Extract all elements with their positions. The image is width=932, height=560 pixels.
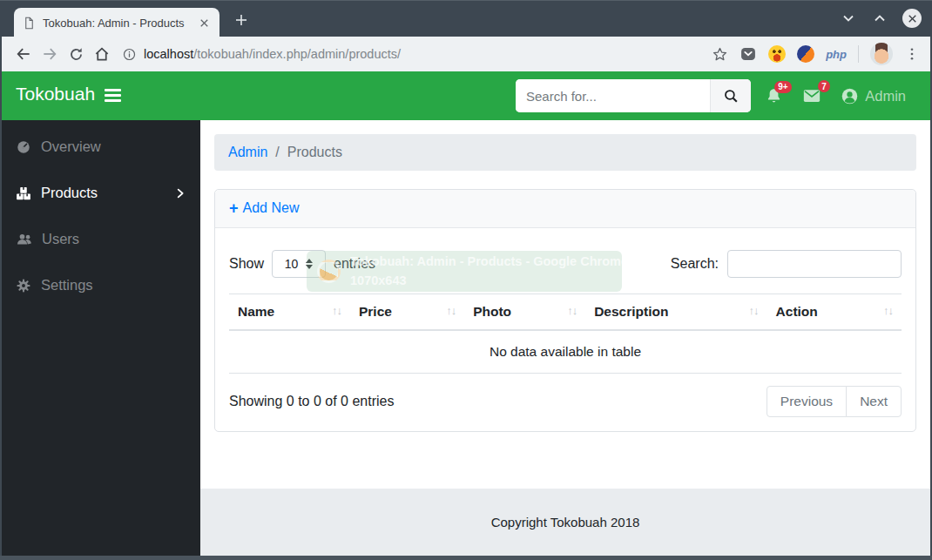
column-header-description[interactable]: Description↑↓	[585, 294, 767, 331]
app-navbar: Tokobuah 9+ 7 Admin	[2, 71, 930, 120]
sidebar-item-overview[interactable]: Overview	[2, 124, 200, 170]
column-header-price[interactable]: Price↑↓	[350, 294, 464, 331]
url-path: /tokobuah/index.php/admin/products/	[193, 47, 401, 61]
window-close-button[interactable]	[902, 9, 922, 28]
table-search-label: Search:	[671, 256, 719, 272]
sidebar-toggle-icon[interactable]	[105, 89, 121, 102]
window-border	[0, 556, 932, 560]
add-new-button[interactable]: + Add New	[229, 200, 299, 216]
sort-icon[interactable]: ↑↓	[332, 304, 341, 317]
mail-badge: 7	[818, 80, 831, 92]
emoji-extension-icon[interactable]	[768, 45, 786, 63]
previous-page-button[interactable]: Previous	[767, 386, 847, 417]
empty-table-message: No data available in table	[229, 330, 902, 374]
navbar-search-button[interactable]	[710, 79, 751, 112]
main-content: Admin/Products + Add New Show 10 entries	[200, 120, 930, 556]
sidebar-item-label: Settings	[41, 277, 93, 293]
sort-icon[interactable]: ↑↓	[446, 304, 456, 317]
breadcrumb: Admin/Products	[214, 134, 916, 171]
tab-close-icon[interactable]	[198, 17, 211, 30]
bookmark-star-icon[interactable]	[712, 46, 728, 63]
url-host: localhost	[144, 47, 193, 61]
gear-icon	[16, 278, 31, 293]
entries-label: entries	[334, 256, 375, 272]
profile-avatar[interactable]	[870, 43, 893, 65]
tab-title: Tokobuah: Admin - Products	[43, 17, 191, 30]
column-header-photo[interactable]: Photo↑↓	[464, 294, 585, 331]
page-favicon-icon	[23, 17, 36, 30]
boxes-icon	[16, 186, 31, 201]
sidebar-item-label: Users	[42, 231, 79, 247]
show-label: Show	[229, 256, 264, 272]
window-border	[0, 37, 2, 560]
home-icon[interactable]	[89, 41, 115, 67]
user-circle-icon	[841, 87, 859, 105]
window-minimize-icon[interactable]	[840, 10, 857, 27]
sidebar-item-products[interactable]: Products	[2, 170, 200, 216]
browser-tab[interactable]: Tokobuah: Admin - Products	[14, 8, 219, 37]
browser-menu-icon[interactable]	[904, 46, 920, 62]
column-header-action[interactable]: Action↑↓	[767, 294, 902, 331]
page-footer: Copyright Tokobuah 2018	[200, 489, 930, 556]
swirl-extension-icon[interactable]	[797, 45, 814, 63]
url-bar[interactable]: localhost/tokobuah/index.php/admin/produ…	[122, 47, 712, 62]
notification-badge: 9+	[774, 81, 792, 93]
select-caret-icon	[306, 259, 313, 269]
site-info-icon[interactable]	[122, 47, 137, 62]
sidebar-item-label: Products	[41, 185, 98, 201]
sidebar-item-users[interactable]: Users	[2, 216, 200, 262]
plus-icon: +	[229, 200, 239, 216]
chevron-right-icon	[174, 187, 186, 199]
sort-icon[interactable]: ↑↓	[567, 304, 577, 317]
page-size-value: 10	[285, 257, 299, 271]
table-info-text: Showing 0 to 0 of 0 entries	[229, 394, 394, 409]
browser-tab-bar: Tokobuah: Admin - Products	[0, 0, 932, 37]
sort-icon[interactable]: ↑↓	[749, 304, 759, 317]
sidebar: Overview Products Users Settings	[2, 120, 200, 556]
url-text[interactable]: localhost/tokobuah/index.php/admin/produ…	[144, 47, 401, 61]
add-new-label: Add New	[243, 200, 300, 216]
brand-link[interactable]: Tokobuah	[16, 84, 95, 105]
table-row: No data available in table	[229, 330, 902, 374]
back-icon[interactable]	[10, 41, 37, 67]
window-maximize-icon[interactable]	[871, 10, 888, 27]
column-header-name[interactable]: Name↑↓	[229, 294, 350, 331]
navbar-search-input[interactable]	[516, 79, 710, 112]
php-extension-icon[interactable]: php	[826, 48, 847, 61]
sort-icon[interactable]: ↑↓	[883, 304, 893, 317]
card-header: + Add New	[215, 190, 915, 228]
breadcrumb-separator: /	[267, 145, 287, 159]
sidebar-item-label: Overview	[41, 138, 101, 155]
divider	[858, 45, 859, 63]
search-icon	[723, 88, 740, 105]
pagination: Previous Next	[767, 386, 902, 417]
copyright-text: Copyright Tokobuah 2018	[491, 515, 640, 530]
user-menu[interactable]: Admin	[841, 87, 906, 105]
page-size-select[interactable]: 10	[272, 250, 326, 278]
users-icon	[16, 231, 32, 247]
browser-address-bar: localhost/tokobuah/index.php/admin/produ…	[2, 37, 930, 71]
breadcrumb-admin-link[interactable]: Admin	[228, 145, 267, 159]
products-card: + Add New Show 10 entries Search:	[214, 189, 916, 432]
pocket-extension-icon[interactable]	[740, 45, 757, 63]
products-table: Name↑↓ Price↑↓ Photo↑↓ Description↑↓ Act…	[229, 293, 902, 374]
dashboard-icon	[16, 139, 31, 155]
user-label: Admin	[865, 88, 906, 105]
table-search-input[interactable]	[727, 250, 902, 278]
next-page-button[interactable]: Next	[846, 386, 902, 417]
sidebar-item-settings[interactable]: Settings	[2, 262, 200, 308]
refresh-icon[interactable]	[63, 41, 89, 67]
messages-button[interactable]: 7	[802, 86, 821, 105]
breadcrumb-current: Products	[287, 145, 342, 159]
card-body: Show 10 entries Search: Name↑↓ Price	[215, 228, 915, 431]
notifications-button[interactable]: 9+	[765, 87, 783, 105]
forward-icon[interactable]	[37, 41, 63, 67]
new-tab-button[interactable]	[232, 10, 251, 30]
